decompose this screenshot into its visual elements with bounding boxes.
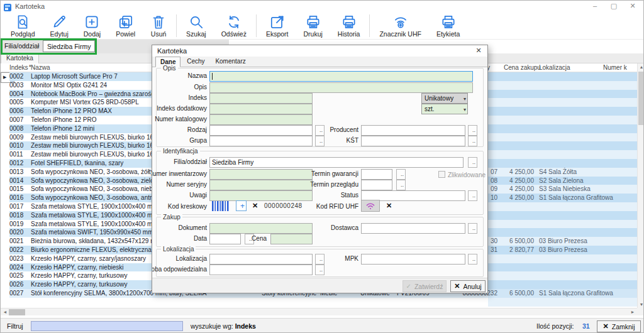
indeks-input[interactable]	[209, 93, 313, 104]
dialog-close-icon[interactable]: ✕	[474, 46, 484, 55]
toolbar-button-eksport[interactable]: Eksport	[258, 13, 296, 39]
termin-gwarancji-input[interactable]	[361, 169, 392, 180]
branch-filter-value[interactable]: Siedziba Firmy	[43, 40, 95, 52]
maximize-button[interactable]: ▢	[604, 1, 623, 12]
confirm-button[interactable]: ✓ Zatwierdź	[402, 280, 447, 292]
print-icon	[305, 14, 321, 30]
kst-input[interactable]	[361, 136, 465, 146]
column-header-indeks[interactable]: Indeks	[9, 63, 28, 72]
numer-katalogowy-input[interactable]	[209, 114, 313, 125]
mpk-browse-button[interactable]: ..	[468, 254, 477, 265]
data-label: Data	[194, 235, 207, 242]
kod-kreskowy-label: Kod kreskowy	[168, 203, 207, 210]
rodzaj-input[interactable]	[209, 125, 313, 136]
termin-przegladu-input[interactable]	[361, 180, 392, 190]
toolbar-button-odswiez[interactable]: Odśwież	[214, 13, 254, 39]
data-input[interactable]	[209, 234, 241, 244]
cell-indeks: 0010	[9, 141, 30, 150]
unit-select[interactable]: szt. ▾	[421, 104, 468, 114]
search-by-field: Indeks	[235, 322, 256, 330]
close-x-icon: ✕	[603, 322, 609, 330]
rfid-wifi-icon[interactable]	[361, 200, 380, 212]
confirm-label: Zatwierdź	[414, 283, 443, 290]
indeks-dodatkowy-input[interactable]	[209, 104, 313, 114]
filia-input[interactable]: Siedziba Firmy	[209, 157, 464, 168]
cell-indeks: 0002	[9, 72, 30, 81]
scroll-right-icon[interactable]: ►	[629, 310, 636, 314]
toolbar-button-drukuj[interactable]: Drukuj	[296, 13, 330, 39]
barcode-clear-icon[interactable]: ✕	[250, 200, 260, 211]
toolbar-button-podglad[interactable]: Podgląd	[3, 13, 43, 39]
item-count-value: 31	[582, 322, 590, 330]
close-button[interactable]: ✕	[623, 1, 642, 12]
lokalizacja-browse-button[interactable]: ..	[315, 254, 325, 265]
preview-icon	[14, 14, 31, 30]
dostawca-browse-button[interactable]: ..	[468, 223, 477, 234]
barcode-add-button[interactable]: +	[236, 200, 247, 211]
termin-gwarancji-browse-button[interactable]: ..	[396, 169, 406, 180]
cancel-button[interactable]: ✕ Anuluj	[450, 280, 486, 292]
toolbar-button-dodaj[interactable]: Dodaj	[76, 13, 108, 39]
close-window-label: Zamknij	[612, 323, 635, 330]
cell-indeks: 0023	[9, 254, 30, 263]
dostawca-input[interactable]	[361, 223, 465, 234]
horizontal-scrollbar[interactable]: ◄ ►	[1, 308, 637, 315]
close-window-button[interactable]: ✕ Zamknij	[597, 320, 641, 332]
vertical-scrollbar[interactable]: ▲ ▼	[637, 63, 644, 308]
vertical-scroll-thumb[interactable]	[638, 72, 644, 125]
column-header-nazwa[interactable]: Nazwa	[31, 63, 50, 72]
column-header-cena_zakupu[interactable]: Cena zakupu	[504, 63, 541, 72]
tab-komentarz[interactable]: Komentarz	[211, 57, 250, 67]
dokument-input[interactable]	[209, 223, 313, 234]
toolbar-label: Usuń	[151, 30, 167, 38]
filia-label: Filia/oddział	[174, 158, 207, 165]
opis-input[interactable]	[209, 82, 473, 93]
numer-seryjny-input[interactable]	[209, 180, 313, 190]
dialog-button-bar: ✓ Zatwierdź ✕ Anuluj	[152, 278, 488, 293]
rodzaj-browse-button[interactable]: ..	[315, 125, 325, 136]
status-label: Status	[341, 192, 358, 199]
scroll-left-icon[interactable]: ◄	[1, 310, 9, 314]
producent-input[interactable]	[361, 125, 465, 136]
toolbar-button-edytuj[interactable]: Edytuj	[43, 13, 76, 39]
mpk-input[interactable]	[361, 254, 465, 265]
grupa-browse-button[interactable]: ..	[315, 136, 325, 146]
toolbar-button-znacznik-uhf[interactable]: Znacznik UHF	[372, 13, 429, 39]
horizontal-scroll-thumb[interactable]	[9, 309, 25, 315]
osoba-browse-button[interactable]: ..	[315, 265, 325, 275]
scroll-up-icon[interactable]: ▲	[638, 65, 644, 69]
lokalizacja-input[interactable]	[209, 254, 313, 265]
rfid-clear-icon[interactable]: ✕	[384, 200, 394, 211]
toolbar-button-powiel[interactable]: Powiel	[108, 13, 143, 39]
filia-browse-button[interactable]: ..	[468, 157, 477, 168]
tab-kartoteka[interactable]: Kartoteka	[1, 53, 39, 63]
scroll-down-icon[interactable]: ▼	[638, 302, 644, 307]
toolbar-button-szukaj[interactable]: Szukaj	[179, 13, 214, 39]
cell-cena: 4 250,00	[495, 177, 534, 185]
status-browse-button[interactable]: ..	[468, 190, 477, 201]
osoba-odpowiedzialna-input[interactable]	[209, 265, 313, 275]
termin-przegladu-browse-button[interactable]: ..	[396, 180, 406, 190]
column-header-numer_k[interactable]: Numer k	[603, 63, 627, 72]
zlikwidowane-checkbox[interactable]	[438, 171, 445, 178]
producent-browse-button[interactable]: ..	[468, 125, 477, 136]
kst-browse-button[interactable]: ..	[468, 136, 477, 146]
numer-inwentarzowy-input[interactable]	[209, 169, 313, 180]
search-by-label: wyszukuje wg:	[191, 322, 233, 330]
cancel-label: Anuluj	[464, 283, 482, 290]
column-header-lokalizacja[interactable]: Lokalizacja	[539, 63, 570, 72]
grupa-input[interactable]	[209, 136, 313, 146]
indeks-dodatkowy-label: Indeks dodatkowy	[157, 105, 207, 112]
cell-lokalizacja: S4 Sala Żółta	[539, 168, 636, 177]
nazwa-input[interactable]	[209, 71, 473, 82]
toolbar-button-historia[interactable]: Historia	[330, 13, 368, 39]
toolbar-button-usun[interactable]: Usuń	[143, 13, 174, 39]
barcode-icon[interactable]	[209, 200, 232, 212]
toolbar-button-etykieta[interactable]: Etykieta	[429, 13, 467, 39]
cena-input[interactable]	[270, 234, 313, 244]
minimize-button[interactable]: –	[586, 1, 604, 12]
filia-value: Siedziba Firmy	[212, 159, 253, 166]
filter-input[interactable]	[31, 321, 183, 331]
indeks-type-select[interactable]: Unikatowy ▾	[421, 93, 468, 104]
tab-cechy[interactable]: Cechy	[182, 57, 209, 67]
